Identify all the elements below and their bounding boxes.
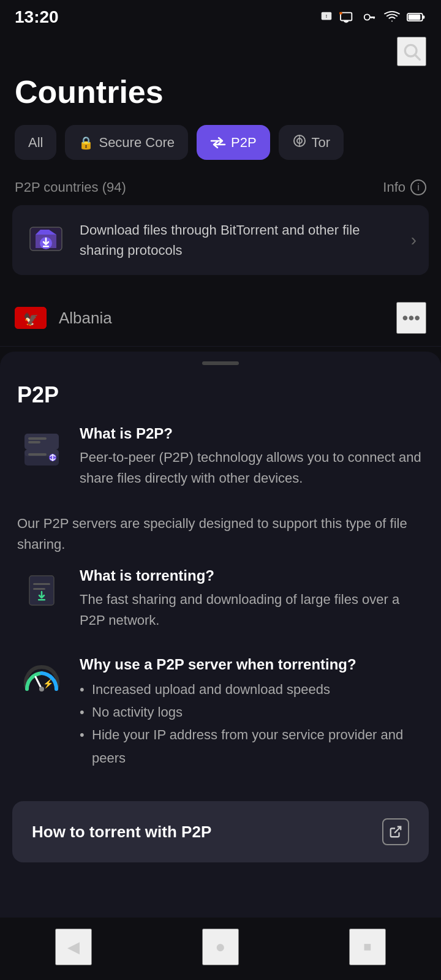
why-p2p-section: ⚡ Why use a P2P server when torrenting? …	[0, 656, 441, 787]
svg-point-6	[364, 14, 370, 20]
svg-rect-26	[28, 437, 47, 440]
section-header: P2P countries (94) Info i	[0, 175, 441, 205]
svg-rect-33	[33, 588, 45, 590]
cast-icon	[339, 10, 355, 24]
svg-rect-11	[409, 15, 421, 20]
notification-icon: !	[320, 10, 333, 24]
recents-button[interactable]: ■	[349, 929, 386, 965]
tab-p2p-label: P2P	[231, 135, 257, 151]
torrenting-content: What is torrenting? The fast sharing and…	[80, 567, 424, 631]
tab-tor[interactable]: Tor	[279, 125, 344, 160]
p2p-countries-count: P2P countries (94)	[15, 179, 126, 195]
bullet-1: Increased upload and download speeds	[80, 678, 424, 701]
info-banner[interactable]: Download files through BitTorrent and ot…	[12, 205, 429, 275]
info-circle-icon: i	[410, 179, 426, 195]
svg-text:⚡: ⚡	[43, 679, 54, 689]
svg-rect-4	[345, 22, 347, 23]
tab-secure-core-label: Secure Core	[99, 135, 175, 151]
speedometer-icon: ⚡	[17, 656, 66, 705]
status-bar: 13:20 !	[0, 0, 441, 32]
what-is-p2p-heading: What is P2P?	[80, 425, 424, 442]
tab-tor-label: Tor	[312, 135, 331, 151]
why-p2p-content: Why use a P2P server when torrenting? In…	[80, 656, 424, 770]
country-row: 🦅 Albania •••	[0, 290, 441, 347]
banner-text: Download files through BitTorrent and ot…	[80, 220, 399, 260]
svg-rect-3	[344, 21, 349, 23]
svg-rect-20	[43, 246, 49, 247]
tab-secure-core[interactable]: 🔒 Secure Core	[65, 125, 188, 160]
search-button[interactable]	[397, 37, 426, 66]
home-icon: ●	[216, 937, 226, 957]
svg-rect-35	[38, 599, 45, 601]
what-is-p2p-body: Peer-to-peer (P2P) technology allows you…	[80, 447, 424, 489]
status-icons: !	[320, 10, 426, 24]
battery-icon	[407, 10, 426, 24]
albania-more-button[interactable]: •••	[396, 302, 426, 334]
svg-line-14	[415, 55, 420, 59]
svg-rect-27	[28, 441, 40, 443]
country-name-albania: Albania	[59, 309, 384, 328]
svg-rect-31	[29, 576, 54, 605]
recents-icon: ■	[363, 939, 371, 955]
p2p-section-icon	[17, 425, 66, 474]
svg-rect-28	[28, 453, 47, 456]
bottom-sheet: P2P What is P2P? Peer-to-peer (P2P) tech…	[0, 352, 441, 924]
bullet-2: No activity logs	[80, 701, 424, 723]
wifi-icon	[383, 10, 401, 24]
back-icon: ◀	[67, 938, 80, 957]
tor-icon	[292, 134, 307, 151]
albania-flag: 🦅	[15, 307, 47, 329]
page-title: Countries	[0, 69, 441, 125]
sheet-handle	[202, 361, 239, 365]
what-is-p2p-section: What is P2P? Peer-to-peer (P2P) technolo…	[0, 425, 441, 506]
torrenting-body: The fast sharing and downloading of larg…	[80, 589, 424, 631]
p2p-extra-text: Our P2P servers are specially designed t…	[0, 506, 441, 555]
torrenting-icon	[17, 567, 66, 616]
svg-rect-8	[373, 17, 374, 19]
svg-rect-32	[33, 583, 50, 585]
how-to-torrent-button[interactable]: How to torrent with P2P	[12, 801, 429, 862]
svg-rect-2	[341, 13, 352, 21]
key-icon	[361, 10, 377, 24]
svg-rect-5	[339, 12, 342, 15]
why-p2p-bullets: Increased upload and download speeds No …	[80, 678, 424, 770]
search-icon	[402, 42, 421, 61]
svg-rect-9	[371, 17, 372, 18]
what-is-p2p-content: What is P2P? Peer-to-peer (P2P) technolo…	[80, 425, 424, 489]
svg-text:!: !	[326, 13, 327, 19]
bullet-3: Hide your IP address from your service p…	[80, 723, 424, 769]
external-link-icon	[382, 818, 409, 845]
svg-line-39	[394, 827, 401, 833]
svg-rect-12	[423, 15, 425, 18]
tab-all-label: All	[28, 135, 43, 151]
secure-core-icon: 🔒	[78, 135, 94, 150]
p2p-icon	[210, 137, 226, 149]
info-label: Info	[383, 179, 405, 195]
bottom-nav: ◀ ● ■	[0, 918, 441, 980]
tab-p2p[interactable]: P2P	[197, 125, 270, 160]
info-button[interactable]: Info i	[383, 179, 426, 195]
torrenting-section: What is torrenting? The fast sharing and…	[0, 567, 441, 648]
sheet-title: P2P	[0, 382, 441, 425]
home-button[interactable]: ●	[202, 929, 239, 965]
svg-text:🦅: 🦅	[23, 312, 39, 326]
torrenting-heading: What is torrenting?	[80, 567, 424, 584]
banner-chevron-icon: ›	[411, 230, 417, 250]
tab-all[interactable]: All	[15, 125, 56, 160]
back-button[interactable]: ◀	[55, 929, 92, 965]
why-p2p-heading: Why use a P2P server when torrenting?	[80, 656, 424, 673]
top-bar	[0, 32, 441, 69]
filter-tabs: All 🔒 Secure Core P2P Tor	[0, 125, 441, 175]
banner-icon	[24, 219, 67, 262]
status-time: 13:20	[15, 7, 59, 27]
cta-label: How to torrent with P2P	[32, 823, 211, 842]
